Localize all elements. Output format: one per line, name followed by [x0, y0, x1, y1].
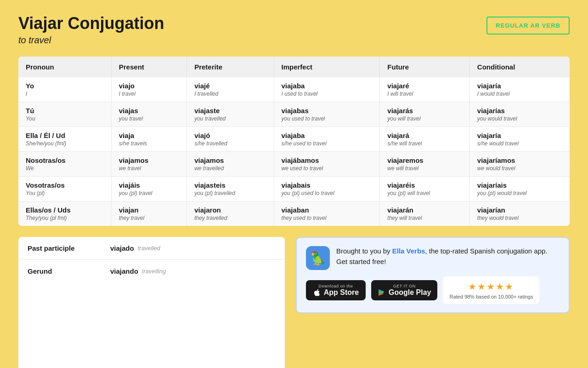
table-cell: viajós/he travelled [187, 127, 274, 152]
cell-main-text: Nosotras/os [26, 156, 104, 164]
cell-sub-text: s/he travels [119, 140, 179, 147]
gerund-translation: travelling [142, 268, 166, 275]
past-participle-label: Past participle [28, 244, 110, 252]
cell-main-text: viajáis [119, 181, 179, 189]
table-cell: viajamoswe travelled [187, 152, 274, 177]
cell-main-text: viajaste [194, 107, 266, 115]
table-cell: viajaríanthey would travel [469, 201, 570, 226]
cell-sub-text: I will travel [387, 91, 462, 97]
cell-sub-text: you (pl) will travel [387, 190, 462, 196]
table-cell: viajabanthey used to travel [274, 201, 380, 226]
table-row: Vosotras/osYou (pl)viajáisyou (pl) trave… [18, 177, 570, 201]
cell-main-text: Ellas/os / Uds [26, 206, 104, 214]
cell-sub-text: we used to travel [282, 165, 373, 172]
cell-sub-text: they used to travel [282, 215, 373, 221]
col-future: Future [380, 57, 470, 77]
gerund-label: Gerund [28, 267, 110, 275]
table-row: Ellas/os / UdsThey/you (pl fml)viajanthe… [18, 201, 570, 226]
cell-main-text: viajarías [477, 107, 562, 115]
table-cell: viajabaisyou (pl) used to travel [274, 177, 380, 201]
cell-main-text: Tú [26, 107, 104, 115]
cell-main-text: viajábamos [282, 156, 373, 164]
table-cell: viajaremoswe will travel [380, 152, 470, 177]
participle-table: Past participle viajado travelled Gerund… [18, 237, 285, 368]
table-cell: viajasyou travel [111, 102, 187, 127]
table-cell: viajaréI will travel [380, 77, 470, 102]
cell-sub-text: s/he used to travel [282, 140, 373, 147]
cell-sub-text: you travelled [194, 115, 266, 122]
promo-text-before: Brought to you by [336, 247, 392, 255]
cell-main-text: viajabas [282, 107, 373, 115]
cell-sub-text: we will travel [387, 165, 462, 172]
cell-sub-text: I travelled [194, 91, 266, 97]
table-cell: YoI [18, 77, 111, 102]
bottom-section: Past participle viajado travelled Gerund… [18, 237, 570, 368]
table-header-row: Pronoun Present Preterite Imperfect Futu… [18, 57, 570, 77]
cell-main-text: viajé [194, 82, 266, 90]
app-store-large-text: App Store [313, 288, 359, 297]
google-play-button[interactable]: GET IT ON Google Play [371, 280, 437, 300]
cell-main-text: viajaban [282, 206, 373, 214]
cell-main-text: viajan [119, 206, 179, 214]
cell-main-text: viajaba [282, 82, 373, 90]
rating-text: Rated 98% based on 10,000+ ratings [449, 294, 533, 299]
cell-sub-text: they will travel [387, 215, 462, 221]
table-cell: Vosotras/osYou (pl) [18, 177, 111, 201]
app-store-button[interactable]: Download on the App Store [306, 280, 366, 300]
table-cell: TúYou [18, 102, 111, 127]
cell-sub-text: we would travel [477, 165, 562, 172]
cell-main-text: viajaríamos [477, 156, 562, 164]
cell-sub-text: s/he would travel [477, 140, 562, 147]
cell-sub-text: you would travel [477, 115, 562, 122]
verb-translation: to travel [18, 35, 164, 46]
cell-main-text: viajasteis [194, 181, 266, 189]
cell-sub-text: s/he travelled [194, 140, 266, 147]
table-row: YoIviajoI travelviajéI travelledviajabaI… [18, 77, 570, 102]
cell-sub-text: You (pl) [26, 190, 104, 196]
cell-main-text: viajaréis [387, 181, 462, 189]
cell-main-text: viajaría [477, 82, 562, 90]
cell-sub-text: you (pl) travelled [194, 190, 266, 196]
app-name-link[interactable]: Ella Verbs [392, 247, 425, 255]
cell-sub-text: you (pl) travel [119, 190, 179, 196]
cell-sub-text: I [26, 91, 104, 97]
cell-sub-text: they would travel [477, 215, 562, 221]
app-logo: 🦜 [306, 246, 330, 270]
promo-buttons: Download on the App Store GET IT ON [306, 276, 560, 304]
table-cell: Nosotras/osWe [18, 152, 111, 177]
table-row: Ella / Él / UdShe/he/you (fml)viajas/he … [18, 127, 570, 152]
table-cell: viajábamoswe used to travel [274, 152, 380, 177]
cell-sub-text: She/he/you (fml) [26, 140, 104, 147]
conjugation-table: Pronoun Present Preterite Imperfect Futu… [18, 57, 570, 226]
table-cell: viajanthey travel [111, 201, 187, 226]
col-pronoun: Pronoun [18, 57, 111, 77]
cell-sub-text: They/you (pl fml) [26, 215, 104, 221]
cell-sub-text: you (pl) used to travel [282, 190, 373, 196]
table-row: TúYouviajasyou travelviajasteyou travell… [18, 102, 570, 127]
promo-box: 🦜 Brought to you by Ella Verbs, the top-… [296, 237, 570, 313]
col-present: Present [111, 57, 187, 77]
cell-sub-text: I used to travel [282, 91, 373, 97]
cell-sub-text: We [26, 165, 104, 172]
cell-sub-text: you (pl) would travel [477, 190, 562, 196]
google-play-large-text: Google Play [378, 288, 431, 297]
past-participle-row: Past participle viajado travelled [18, 237, 285, 260]
table-cell: viajasteyou travelled [187, 102, 274, 127]
table-cell: viajamoswe travel [111, 152, 187, 177]
col-conditional: Conditional [469, 57, 570, 77]
table-cell: viajarás/he will travel [380, 127, 470, 152]
cell-sub-text: they travel [119, 215, 179, 221]
cell-main-text: viajó [194, 132, 266, 139]
table-cell: viajabaI used to travel [274, 77, 380, 102]
table-cell: viajaríaisyou (pl) would travel [469, 177, 570, 201]
table-cell: viajarásyou will travel [380, 102, 470, 127]
cell-main-text: viajabais [282, 181, 373, 189]
col-imperfect: Imperfect [274, 57, 380, 77]
table-cell: viajabasyou used to travel [274, 102, 380, 127]
gerund-row: Gerund viajando travelling [18, 260, 285, 282]
cell-main-text: viaja [119, 132, 179, 139]
table-cell: viajaránthey will travel [380, 201, 470, 226]
table-cell: viajaríamoswe would travel [469, 152, 570, 177]
apple-icon [313, 288, 321, 297]
gerund-value: viajando [110, 267, 138, 275]
